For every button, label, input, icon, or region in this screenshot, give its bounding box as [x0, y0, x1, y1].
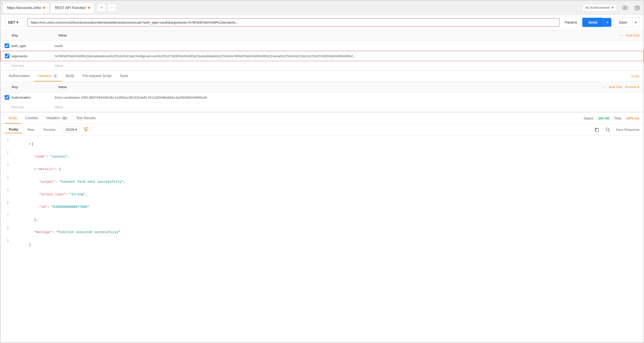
headers-bulk-edit-button[interactable]: Bulk Edit	[609, 85, 622, 89]
resp-tab-body[interactable]: Body	[5, 113, 21, 124]
line-num-6: 6	[1, 201, 13, 205]
collapse-1[interactable]: ▼	[29, 143, 31, 146]
status-label: Status:	[584, 116, 594, 120]
param-row-1-key: auth_type	[11, 44, 52, 48]
env-dropdown[interactable]: No Environment ▾	[582, 4, 617, 11]
time-value: 1970 ms	[626, 116, 639, 120]
svg-point-3	[606, 128, 609, 131]
line-num-9: 9	[1, 239, 13, 243]
tab-tests[interactable]: Tests	[116, 71, 132, 81]
headers-count-badge: 1	[53, 74, 58, 78]
params-new-row: New key Value	[1, 61, 643, 70]
resp-tab-headers[interactable]: Headers18	[42, 113, 72, 124]
params-row-highlighted: arguments %7B%0D%0A%09%22emailAddress%22…	[1, 51, 643, 61]
method-select[interactable]: GET ▾	[5, 18, 25, 27]
param-row-2-key: arguments	[12, 54, 53, 58]
tab-authorization[interactable]: Authorization	[5, 71, 34, 81]
json-viewer: 1 ▼{ 2 "code": "success", 3 ▼"details": …	[1, 136, 643, 342]
params-bulk-edit-button[interactable]: Bulk Edit	[626, 33, 639, 37]
svg-point-1	[624, 7, 626, 8]
save-button[interactable]: Save	[613, 17, 632, 27]
more-tabs-button[interactable]: ···	[108, 4, 116, 12]
line-content-8: "message": "function executed successful…	[13, 226, 643, 238]
line-content-9: }	[13, 239, 643, 251]
json-line-3: 3 ▼"details": {	[1, 163, 643, 175]
json-line-4: 4 "output": "Consent form sent successfu…	[1, 175, 643, 188]
headers-col-value: Value	[58, 85, 602, 89]
resp-tab-testresults[interactable]: Test Results	[72, 113, 100, 124]
json-line-9: 9 }	[1, 238, 643, 251]
json-format-select[interactable]: JSON ▾	[62, 126, 80, 133]
tab-accounts-label: https://accounts.zoho	[7, 6, 41, 10]
tab-rest-api[interactable]: REST API Function	[50, 3, 94, 13]
add-tab-button[interactable]: +	[97, 4, 106, 12]
wrap-icon[interactable]	[83, 126, 89, 133]
tab-headers[interactable]: Headers1	[34, 71, 62, 81]
param-row-2-checkbox[interactable]	[5, 54, 10, 58]
svg-rect-2	[596, 129, 598, 132]
send-btn-group: Send ▾	[582, 18, 611, 27]
req-tabs: Authorization Headers1 Body Pre-request …	[1, 71, 643, 82]
save-dropdown-button[interactable]: ▾	[632, 18, 639, 27]
env-icons	[621, 4, 641, 12]
headers-authorization-row: Authorization Zoho-oauthtoken 1000.86074…	[1, 92, 643, 103]
line-content-5: "output_type": "string",	[13, 189, 643, 200]
send-button[interactable]: Send	[582, 18, 603, 27]
params-col-key: Key	[12, 33, 58, 37]
save-response-button[interactable]: Save Response	[616, 128, 639, 132]
param-row-2-value: %7B%0D%0A%09%22emailAddress%22%3A%22abc%…	[55, 54, 639, 58]
headers-presets-button[interactable]: Presets ▾	[625, 85, 639, 89]
eye-icon[interactable]	[621, 4, 629, 12]
tab-prerequest[interactable]: Pre-request Script	[78, 71, 116, 81]
param-row-1-checkbox[interactable]	[5, 43, 9, 48]
tab-accounts-dot	[43, 7, 45, 9]
params-more-button[interactable]: ···	[619, 33, 623, 38]
json-line-8: 8 "message": "function executed successf…	[1, 226, 643, 238]
headers-more-button[interactable]: ···	[602, 84, 606, 90]
gear-icon[interactable]	[633, 4, 641, 12]
tab-accounts[interactable]: https://accounts.zoho	[3, 3, 49, 13]
resp-headers-count: 18	[61, 116, 68, 120]
headers-new-value[interactable]: Value	[55, 105, 639, 109]
line-num-5: 5	[1, 189, 13, 192]
headers-new-row: New key Value	[1, 103, 643, 112]
params-col-value: Value	[58, 33, 619, 37]
headers-section: Key Value ··· Bulk Edit Presets ▾ Author…	[1, 82, 643, 112]
method-arrow: ▾	[16, 20, 18, 24]
send-dropdown-button[interactable]: ▾	[603, 18, 611, 27]
headers-new-key[interactable]: New key	[11, 105, 52, 109]
save-btn-group: Save ▾	[613, 17, 639, 27]
params-new-value[interactable]: Value	[55, 64, 639, 68]
json-line-2: 2 "code": "success",	[1, 150, 643, 163]
header-row-1-key: Authorization	[11, 96, 52, 99]
env-section: No Environment ▾	[582, 4, 641, 12]
copy-icon[interactable]	[593, 126, 600, 133]
line-num-4: 4	[1, 176, 13, 180]
time-label: Time:	[614, 116, 622, 120]
status-value: 200 OK	[598, 116, 610, 120]
headers-header: Key Value ··· Bulk Edit Presets ▾	[1, 82, 643, 92]
params-actions: ··· Bulk Edit	[619, 33, 639, 38]
method-label: GET	[8, 20, 15, 24]
svg-point-0	[622, 6, 628, 10]
resp-tab-bar: Body Cookies Headers18 Test Results Stat…	[1, 113, 643, 124]
header-row-1-checkbox[interactable]	[5, 95, 9, 100]
search-icon[interactable]	[604, 126, 612, 133]
resp-body-tabs: Pretty Raw Preview JSON ▾ Save Response	[1, 124, 643, 136]
url-input[interactable]	[27, 18, 560, 27]
env-label: No Environment	[586, 6, 610, 10]
body-tab-pretty[interactable]: Pretty	[5, 126, 22, 133]
body-tab-raw[interactable]: Raw	[23, 126, 38, 133]
line-num-7: 7	[1, 214, 13, 217]
tab-body[interactable]: Body	[62, 71, 78, 81]
resp-tab-cookies[interactable]: Cookies	[21, 113, 42, 124]
code-link[interactable]: Code	[631, 74, 639, 78]
params-new-key[interactable]: New key	[11, 64, 52, 68]
line-content-4: "output": "Consent form sent successfull…	[13, 176, 643, 188]
param-row-1-value: oauth	[55, 44, 639, 48]
collapse-3[interactable]: ▼	[34, 168, 36, 171]
line-content-6: "id": "63095000000077006"	[13, 201, 643, 213]
line-num-2: 2	[1, 151, 13, 154]
body-tab-preview[interactable]: Preview	[39, 126, 59, 133]
params-button[interactable]: Params	[562, 18, 580, 26]
